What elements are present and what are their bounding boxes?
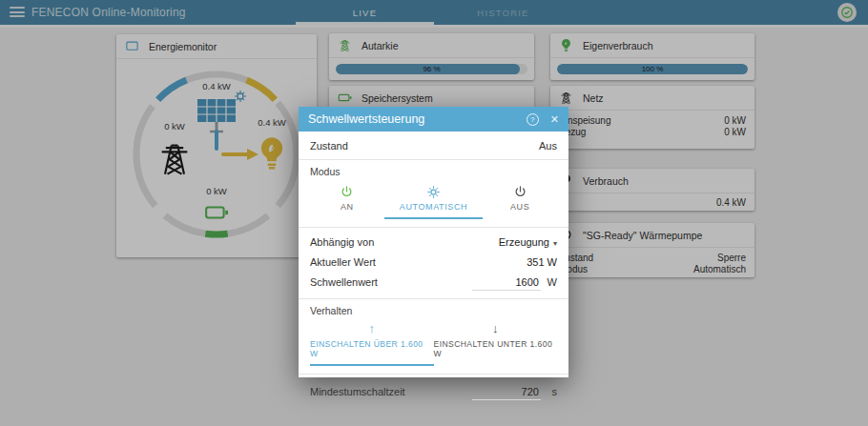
verhalten-option-ueber[interactable]: ↑ EINSCHALTEN ÜBER 1.600 W	[310, 320, 434, 366]
schwellenwert-unit: W	[544, 276, 557, 288]
aktueller-wert-value: 351 W	[527, 256, 557, 268]
modus-option-aus[interactable]: AUS	[483, 182, 557, 219]
arrow-up-icon: ↑	[369, 322, 376, 335]
modal-title: Schwellwertsteuerung	[308, 112, 527, 126]
aktueller-wert-label: Aktueller Wert	[310, 256, 376, 268]
help-icon[interactable]: ?	[527, 113, 539, 126]
verhalten-option-unter[interactable]: ↓ EINSCHALTEN UNTER 1.600 W	[434, 320, 558, 366]
verhalten-option-label: EINSCHALTEN ÜBER 1.600 W	[310, 339, 434, 366]
schwellenwert-row: Schwellenwert W	[310, 276, 557, 291]
divider	[299, 227, 568, 228]
schwellenwert-label: Schwellenwert	[310, 276, 378, 288]
modus-option-label: AUS	[510, 202, 529, 212]
verhalten-option-label: EINSCHALTEN UNTER 1.600 W	[434, 339, 558, 364]
power-icon	[340, 185, 354, 199]
power-icon	[513, 185, 527, 199]
zustand-label: Zustand	[310, 140, 348, 152]
aktueller-wert-row: Aktueller Wert 351 W	[310, 256, 557, 268]
mindestumschaltzeit-unit: s	[544, 386, 557, 397]
modal-header: Schwellwertsteuerung ? ✕	[299, 107, 568, 132]
abhaengig-von-select[interactable]: Erzeugung▾	[499, 236, 557, 248]
modus-option-label: AN	[341, 202, 354, 212]
schwellenwert-input[interactable]	[472, 276, 541, 291]
modus-label: Modus	[310, 166, 557, 177]
modus-option-label: AUTOMATISCH	[400, 202, 467, 212]
divider	[299, 298, 568, 299]
abhaengig-von-label: Abhängig von	[310, 236, 374, 248]
sun-icon	[426, 185, 441, 199]
divider	[299, 159, 568, 160]
mindestumschaltzeit-row: Mindestumschaltzeit s	[310, 386, 557, 400]
mindestumschaltzeit-label: Mindestumschaltzeit	[310, 386, 405, 397]
abhaengig-von-row: Abhängig von Erzeugung▾	[310, 236, 557, 248]
verhalten-button-group: ↑ EINSCHALTEN ÜBER 1.600 W ↓ EINSCHALTEN…	[310, 320, 557, 366]
close-icon[interactable]: ✕	[550, 113, 559, 126]
zustand-value: Aus	[539, 140, 557, 152]
modus-option-automatisch[interactable]: AUTOMATISCH	[384, 182, 484, 219]
divider	[299, 374, 568, 375]
modus-button-group: AN AUTOMATISCH AUS	[310, 182, 557, 219]
app-window: FENECON Online-Monitoring LIVE HISTORIE …	[0, 0, 868, 426]
mindestumschaltzeit-input[interactable]	[472, 386, 541, 400]
arrow-down-icon: ↓	[492, 322, 499, 335]
zustand-row: Zustand Aus	[310, 140, 557, 152]
abhaengig-von-value: Erzeugung	[499, 236, 549, 248]
modus-option-an[interactable]: AN	[310, 182, 384, 219]
verhalten-label: Verhalten	[310, 305, 557, 316]
chevron-down-icon: ▾	[553, 239, 557, 248]
schwellwertsteuerung-modal: Schwellwertsteuerung ? ✕ Zustand Aus Mod…	[299, 107, 568, 377]
